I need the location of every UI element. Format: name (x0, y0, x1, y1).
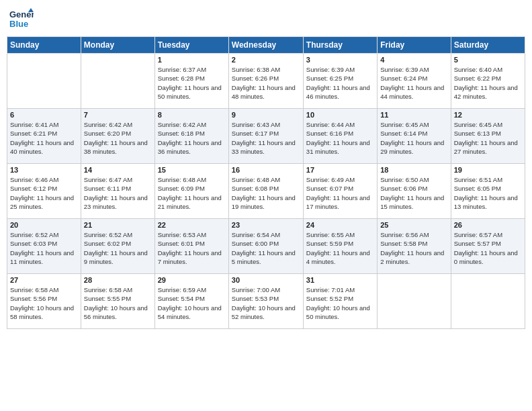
calendar-cell: 9Sunrise: 6:43 AMSunset: 6:17 PMDaylight… (228, 109, 303, 164)
day-number: 11 (380, 111, 447, 119)
day-info: Sunrise: 6:57 AMSunset: 5:57 PMDaylight:… (454, 230, 522, 266)
calendar-cell (451, 274, 525, 329)
calendar-week-row: 20Sunrise: 6:52 AMSunset: 6:03 PMDayligh… (7, 219, 525, 274)
calendar-cell (81, 54, 154, 109)
day-header-monday: Monday (81, 37, 154, 54)
day-number: 6 (10, 111, 78, 119)
day-info: Sunrise: 6:45 AMSunset: 6:13 PMDaylight:… (454, 120, 522, 156)
calendar-cell: 26Sunrise: 6:57 AMSunset: 5:57 PMDayligh… (451, 219, 525, 274)
day-number: 12 (454, 111, 522, 119)
day-number: 27 (10, 276, 78, 284)
day-info: Sunrise: 7:00 AMSunset: 5:53 PMDaylight:… (232, 285, 300, 321)
day-info: Sunrise: 6:48 AMSunset: 6:08 PMDaylight:… (232, 175, 300, 211)
day-info: Sunrise: 6:38 AMSunset: 6:26 PMDaylight:… (232, 65, 300, 101)
day-number: 29 (158, 276, 226, 284)
day-number: 31 (306, 276, 374, 284)
day-info: Sunrise: 6:55 AMSunset: 5:59 PMDaylight:… (306, 230, 374, 266)
calendar-cell: 11Sunrise: 6:45 AMSunset: 6:14 PMDayligh… (378, 109, 451, 164)
calendar-cell: 25Sunrise: 6:56 AMSunset: 5:58 PMDayligh… (378, 219, 451, 274)
calendar-week-row: 13Sunrise: 6:46 AMSunset: 6:12 PMDayligh… (7, 164, 525, 219)
calendar-table: SundayMondayTuesdayWednesdayThursdayFrid… (7, 36, 525, 329)
day-number: 22 (158, 221, 226, 229)
day-info: Sunrise: 6:47 AMSunset: 6:11 PMDaylight:… (84, 175, 152, 211)
day-info: Sunrise: 6:58 AMSunset: 5:55 PMDaylight:… (84, 285, 152, 321)
day-info: Sunrise: 6:59 AMSunset: 5:54 PMDaylight:… (158, 285, 226, 321)
day-info: Sunrise: 6:42 AMSunset: 6:20 PMDaylight:… (84, 120, 152, 156)
calendar-cell: 31Sunrise: 7:01 AMSunset: 5:52 PMDayligh… (303, 274, 377, 329)
calendar-cell: 28Sunrise: 6:58 AMSunset: 5:55 PMDayligh… (81, 274, 154, 329)
calendar-cell: 14Sunrise: 6:47 AMSunset: 6:11 PMDayligh… (81, 164, 154, 219)
day-info: Sunrise: 6:50 AMSunset: 6:06 PMDaylight:… (380, 175, 447, 211)
day-number: 24 (306, 221, 374, 229)
calendar-cell: 1Sunrise: 6:37 AMSunset: 6:28 PMDaylight… (154, 54, 228, 109)
day-header-wednesday: Wednesday (228, 37, 303, 54)
calendar-cell: 19Sunrise: 6:51 AMSunset: 6:05 PMDayligh… (451, 164, 525, 219)
day-info: Sunrise: 6:52 AMSunset: 6:03 PMDaylight:… (10, 230, 78, 266)
day-number: 1 (158, 56, 226, 64)
day-info: Sunrise: 6:39 AMSunset: 6:24 PMDaylight:… (380, 65, 447, 101)
day-info: Sunrise: 6:56 AMSunset: 5:58 PMDaylight:… (380, 230, 447, 266)
calendar-cell: 17Sunrise: 6:49 AMSunset: 6:07 PMDayligh… (303, 164, 377, 219)
calendar-cell: 29Sunrise: 6:59 AMSunset: 5:54 PMDayligh… (154, 274, 228, 329)
day-number: 18 (380, 166, 447, 174)
calendar-cell (378, 274, 451, 329)
day-info: Sunrise: 6:41 AMSunset: 6:21 PMDaylight:… (10, 120, 78, 156)
calendar-cell: 6Sunrise: 6:41 AMSunset: 6:21 PMDaylight… (7, 109, 81, 164)
day-info: Sunrise: 6:53 AMSunset: 6:01 PMDaylight:… (158, 230, 226, 266)
day-info: Sunrise: 6:46 AMSunset: 6:12 PMDaylight:… (10, 175, 78, 211)
calendar-cell: 24Sunrise: 6:55 AMSunset: 5:59 PMDayligh… (303, 219, 377, 274)
calendar-cell: 2Sunrise: 6:38 AMSunset: 6:26 PMDaylight… (228, 54, 303, 109)
day-number: 21 (84, 221, 152, 229)
day-header-sunday: Sunday (7, 37, 81, 54)
day-number: 2 (232, 56, 300, 64)
day-number: 16 (232, 166, 300, 174)
day-info: Sunrise: 6:42 AMSunset: 6:18 PMDaylight:… (158, 120, 226, 156)
calendar-cell (7, 54, 81, 109)
day-number: 20 (10, 221, 78, 229)
day-info: Sunrise: 6:45 AMSunset: 6:14 PMDaylight:… (380, 120, 447, 156)
day-number: 7 (84, 111, 152, 119)
logo: General Blue (9, 7, 36, 31)
day-info: Sunrise: 6:44 AMSunset: 6:16 PMDaylight:… (306, 120, 374, 156)
day-number: 14 (84, 166, 152, 174)
day-info: Sunrise: 6:48 AMSunset: 6:09 PMDaylight:… (158, 175, 226, 211)
calendar-cell: 27Sunrise: 6:58 AMSunset: 5:56 PMDayligh… (7, 274, 81, 329)
day-info: Sunrise: 7:01 AMSunset: 5:52 PMDaylight:… (306, 285, 374, 321)
day-info: Sunrise: 6:49 AMSunset: 6:07 PMDaylight:… (306, 175, 374, 211)
day-header-thursday: Thursday (303, 37, 377, 54)
day-number: 23 (232, 221, 300, 229)
svg-text:Blue: Blue (9, 19, 28, 29)
day-number: 17 (306, 166, 374, 174)
day-info: Sunrise: 6:54 AMSunset: 6:00 PMDaylight:… (232, 230, 300, 266)
day-number: 13 (10, 166, 78, 174)
day-info: Sunrise: 6:58 AMSunset: 5:56 PMDaylight:… (10, 285, 78, 321)
day-number: 9 (232, 111, 300, 119)
calendar-cell: 5Sunrise: 6:40 AMSunset: 6:22 PMDaylight… (451, 54, 525, 109)
day-number: 26 (454, 221, 522, 229)
day-number: 4 (380, 56, 447, 64)
day-number: 8 (158, 111, 226, 119)
day-info: Sunrise: 6:51 AMSunset: 6:05 PMDaylight:… (454, 175, 522, 211)
calendar-cell: 15Sunrise: 6:48 AMSunset: 6:09 PMDayligh… (154, 164, 228, 219)
calendar-week-row: 27Sunrise: 6:58 AMSunset: 5:56 PMDayligh… (7, 274, 525, 329)
day-number: 15 (158, 166, 226, 174)
calendar-cell: 7Sunrise: 6:42 AMSunset: 6:20 PMDaylight… (81, 109, 154, 164)
calendar-cell: 12Sunrise: 6:45 AMSunset: 6:13 PMDayligh… (451, 109, 525, 164)
day-info: Sunrise: 6:39 AMSunset: 6:25 PMDaylight:… (306, 65, 374, 101)
day-info: Sunrise: 6:37 AMSunset: 6:28 PMDaylight:… (158, 65, 226, 101)
day-header-tuesday: Tuesday (154, 37, 228, 54)
day-number: 25 (380, 221, 447, 229)
calendar-cell: 16Sunrise: 6:48 AMSunset: 6:08 PMDayligh… (228, 164, 303, 219)
calendar-cell: 8Sunrise: 6:42 AMSunset: 6:18 PMDaylight… (154, 109, 228, 164)
calendar-cell: 4Sunrise: 6:39 AMSunset: 6:24 PMDaylight… (378, 54, 451, 109)
day-number: 30 (232, 276, 300, 284)
day-info: Sunrise: 6:40 AMSunset: 6:22 PMDaylight:… (454, 65, 522, 101)
calendar-cell: 13Sunrise: 6:46 AMSunset: 6:12 PMDayligh… (7, 164, 81, 219)
calendar-cell: 20Sunrise: 6:52 AMSunset: 6:03 PMDayligh… (7, 219, 81, 274)
day-number: 3 (306, 56, 374, 64)
day-number: 28 (84, 276, 152, 284)
page-header: General Blue (7, 7, 525, 31)
day-header-saturday: Saturday (451, 37, 525, 54)
calendar-cell: 3Sunrise: 6:39 AMSunset: 6:25 PMDaylight… (303, 54, 377, 109)
calendar-cell: 21Sunrise: 6:52 AMSunset: 6:02 PMDayligh… (81, 219, 154, 274)
